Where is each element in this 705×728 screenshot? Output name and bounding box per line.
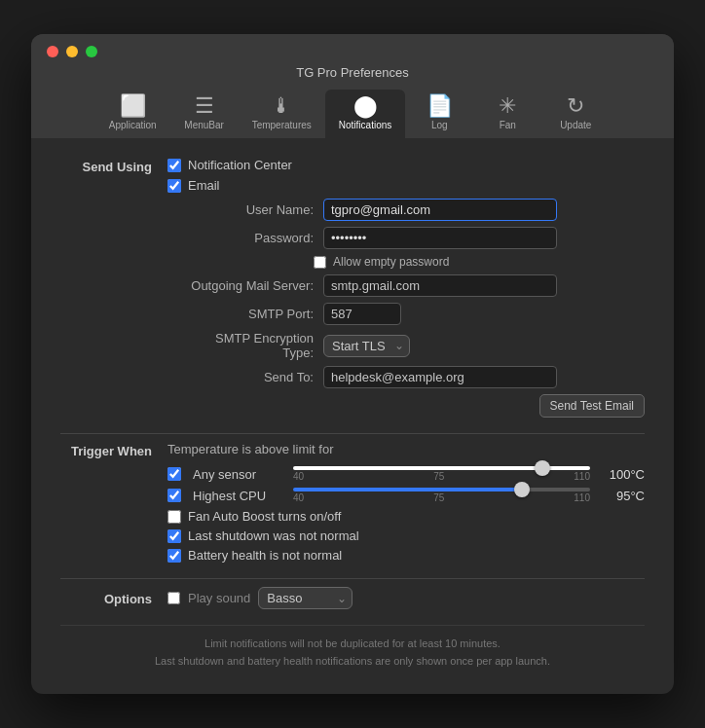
options-section: Options Play sound Basso Blow Bottle Fro…: [60, 587, 645, 609]
any-sensor-tick-min: 40: [293, 471, 304, 482]
close-button[interactable]: [47, 46, 58, 57]
menubar-icon: ☰: [195, 95, 214, 117]
highest-cpu-row: Highest CPU 40 75 110 95°C: [167, 488, 645, 503]
toolbar-item-fan[interactable]: ✳ Fan: [473, 90, 541, 138]
outgoing-server-value: smtp.gmail.com: [323, 274, 557, 297]
other-triggers: Fan Auto Boost turns on/off Last shutdow…: [167, 509, 645, 563]
any-sensor-tick-max: 110: [574, 471, 590, 482]
sound-select[interactable]: Basso Blow Bottle Frog Funk Glass Hero M…: [258, 587, 352, 609]
notification-center-row: Notification Center: [167, 158, 645, 172]
toolbar: ⬜ Application ☰ MenuBar 🌡 Temperatures ⬤…: [95, 90, 611, 138]
titlebar: TG Pro Preferences ⬜ Application ☰ MenuB…: [31, 34, 674, 138]
smtp-encryption-wrapper: None SSL/TLS Start TLS: [323, 335, 410, 357]
window-title: TG Pro Preferences: [296, 65, 409, 80]
trigger-title: Temperature is above limit for: [167, 442, 645, 456]
toolbar-item-log[interactable]: 📄 Log: [405, 90, 473, 138]
smtp-port-row: SMTP Port: 587: [187, 303, 645, 325]
email-row: Email: [167, 178, 645, 193]
any-sensor-slider-container: 40 75 110: [293, 466, 590, 482]
send-test-email-button[interactable]: Send Test Email: [539, 394, 646, 418]
any-sensor-value: 100°C: [598, 467, 645, 482]
smtp-port-value: 587: [323, 303, 401, 325]
divider-1: [60, 433, 645, 434]
maximize-button[interactable]: [86, 46, 97, 57]
options-content: Play sound Basso Blow Bottle Frog Funk G…: [167, 587, 352, 609]
toolbar-item-update-label: Update: [560, 120, 591, 130]
last-shutdown-row: Last shutdown was not normal: [167, 528, 645, 543]
update-icon: ↻: [567, 95, 584, 117]
send-using-section: Send Using Notification Center Email Use…: [60, 158, 645, 418]
outgoing-server-label: Outgoing Mail Server:: [187, 278, 314, 293]
toolbar-item-menubar[interactable]: ☰ MenuBar: [170, 90, 239, 138]
footer: Limit notifications will not be duplicat…: [60, 625, 645, 670]
any-sensor-label: Any sensor: [193, 467, 285, 482]
send-to-value: helpdesk@example.org: [323, 366, 557, 388]
temperatures-icon: 🌡: [271, 95, 292, 117]
send-using-label: Send Using: [60, 158, 167, 174]
divider-2: [60, 578, 645, 579]
highest-cpu-slider[interactable]: [293, 488, 590, 491]
battery-health-label: Battery health is not normal: [188, 548, 342, 563]
any-sensor-slider[interactable]: [293, 466, 590, 470]
trigger-when-section: Trigger When Temperature is above limit …: [60, 442, 645, 563]
smtp-port-label: SMTP Port:: [187, 307, 314, 321]
highest-cpu-slider-container: 40 75 110: [293, 488, 590, 503]
battery-health-row: Battery health is not normal: [167, 548, 645, 563]
smtp-encryption-row: SMTP Encryption Type: None SSL/TLS Start…: [187, 331, 645, 360]
outgoing-server-row: Outgoing Mail Server: smtp.gmail.com: [187, 274, 645, 297]
last-shutdown-checkbox[interactable]: [167, 529, 181, 543]
highest-cpu-ticks: 40 75 110: [293, 492, 590, 503]
toolbar-item-fan-label: Fan: [500, 120, 516, 130]
notification-center-label: Notification Center: [188, 158, 292, 172]
username-input[interactable]: [323, 199, 557, 221]
any-sensor-checkbox[interactable]: [167, 467, 181, 481]
notification-center-checkbox[interactable]: [167, 159, 181, 172]
send-test-row: Send Test Email: [315, 394, 645, 418]
send-to-label: Send To:: [187, 370, 314, 384]
toolbar-item-application-label: Application: [109, 120, 157, 130]
email-checkbox[interactable]: [167, 179, 181, 193]
highest-cpu-tick-mid: 75: [433, 492, 444, 503]
play-sound-label: Play sound: [188, 591, 250, 605]
toolbar-item-menubar-label: MenuBar: [184, 120, 224, 130]
any-sensor-ticks: 40 75 110: [293, 471, 590, 482]
fan-auto-boost-checkbox[interactable]: [167, 510, 181, 524]
toolbar-item-application[interactable]: ⬜ Application: [95, 90, 170, 138]
sound-select-wrapper: Basso Blow Bottle Frog Funk Glass Hero M…: [258, 587, 352, 609]
username-label: User Name:: [187, 202, 314, 217]
fan-auto-boost-row: Fan Auto Boost turns on/off: [167, 509, 645, 524]
traffic-lights: [47, 46, 97, 57]
password-row: Password:: [187, 227, 645, 249]
notifications-icon: ⬤: [353, 95, 378, 117]
footer-line2: Last shutdown and battery health notific…: [60, 653, 645, 671]
highest-cpu-tick-min: 40: [293, 492, 304, 503]
any-sensor-tick-mid: 75: [433, 471, 444, 482]
password-label: Password:: [187, 231, 314, 245]
smtp-encryption-select[interactable]: None SSL/TLS Start TLS: [323, 335, 410, 357]
send-using-content: Notification Center Email User Name: Pas…: [167, 158, 645, 418]
toolbar-item-update[interactable]: ↻ Update: [541, 90, 610, 138]
highest-cpu-value: 95°C: [598, 489, 645, 503]
minimize-button[interactable]: [66, 46, 78, 57]
trigger-when-label: Trigger When: [60, 442, 167, 458]
password-input[interactable]: [323, 227, 557, 249]
play-sound-checkbox[interactable]: [167, 592, 180, 604]
trigger-content: Temperature is above limit for Any senso…: [167, 442, 645, 563]
options-label: Options: [60, 590, 167, 606]
allow-empty-label: Allow empty password: [333, 255, 449, 269]
allow-empty-checkbox[interactable]: [314, 256, 326, 269]
battery-health-checkbox[interactable]: [167, 549, 181, 563]
toolbar-item-notifications[interactable]: ⬤ Notifications: [325, 90, 405, 138]
fan-icon: ✳: [499, 95, 516, 117]
highest-cpu-checkbox[interactable]: [167, 489, 181, 502]
toolbar-item-log-label: Log: [431, 120, 448, 130]
allow-empty-row: Allow empty password: [314, 255, 645, 269]
footer-line1: Limit notifications will not be duplicat…: [60, 636, 645, 653]
toolbar-item-temperatures[interactable]: 🌡 Temperatures: [239, 90, 325, 138]
toolbar-item-temperatures-label: Temperatures: [252, 120, 312, 130]
last-shutdown-label: Last shutdown was not normal: [188, 528, 359, 543]
send-to-row: Send To: helpdesk@example.org: [187, 366, 645, 388]
email-label: Email: [188, 178, 220, 193]
preferences-window: TG Pro Preferences ⬜ Application ☰ MenuB…: [31, 34, 674, 693]
username-row: User Name:: [187, 199, 645, 221]
